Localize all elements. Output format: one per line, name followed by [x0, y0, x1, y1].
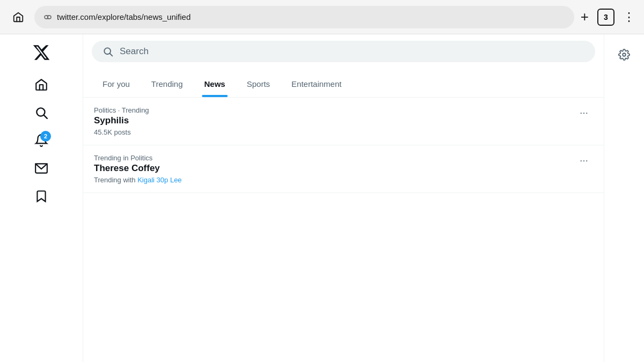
sidebar: 2	[0, 34, 83, 362]
tab-entertainment[interactable]: Entertainment	[281, 71, 352, 97]
svg-line-5	[44, 115, 47, 119]
trending-title-2: Therese Coffey	[94, 163, 575, 174]
search-icon	[34, 106, 48, 120]
sidebar-item-notifications[interactable]: 2	[30, 129, 53, 152]
svg-point-15	[623, 53, 626, 56]
address-bar-icon	[43, 12, 53, 22]
tab-count-badge[interactable]: 3	[597, 9, 614, 26]
trending-with-label: Trending with	[94, 176, 137, 184]
bookmark-icon	[34, 189, 48, 203]
trending-item-content: Politics · Trending Syphilis 45.5K posts	[94, 106, 575, 136]
address-bar[interactable]: twitter.com/explore/tabs/news_unified	[34, 6, 574, 28]
settings-button[interactable]	[612, 43, 636, 67]
trending-category-2: Trending in Politics	[94, 154, 575, 162]
more-horizontal-icon-2	[579, 156, 589, 166]
svg-point-9	[581, 113, 582, 114]
trending-item-more-button-2[interactable]	[575, 152, 593, 170]
trending-item-therese-coffey[interactable]: Trending in Politics Therese Coffey Tren…	[83, 145, 604, 193]
new-tab-button[interactable]: +	[581, 9, 589, 25]
main-content: Search For you Trending News Sports Ente…	[83, 34, 604, 362]
right-panel	[604, 34, 644, 362]
more-horizontal-icon	[579, 108, 589, 118]
trending-title: Syphilis	[94, 115, 575, 126]
browser-actions: + 3 ⋮	[581, 9, 635, 26]
svg-point-10	[583, 113, 584, 114]
svg-point-13	[583, 160, 584, 161]
search-bar[interactable]: Search	[92, 41, 595, 62]
browser-home-button[interactable]	[9, 8, 28, 27]
tabs-container: For you Trending News Sports Entertainme…	[83, 71, 604, 98]
search-bar-icon	[103, 46, 113, 57]
search-placeholder-text: Search	[120, 46, 149, 57]
svg-point-1	[48, 16, 51, 19]
trending-item-content-2: Trending in Politics Therese Coffey Tren…	[94, 154, 575, 184]
trending-with-text: Trending with Kigali 30p Lee	[94, 176, 575, 184]
svg-point-14	[586, 160, 587, 161]
app-container: 2 Search	[0, 34, 644, 362]
trending-item-syphilis[interactable]: Politics · Trending Syphilis 45.5K posts	[83, 98, 604, 145]
search-container: Search	[83, 34, 604, 69]
trending-link-kigali[interactable]: Kigali	[137, 176, 155, 184]
tab-trending[interactable]: Trending	[141, 71, 194, 97]
svg-point-12	[581, 160, 582, 161]
browser-menu-button[interactable]: ⋮	[623, 10, 635, 24]
tab-for-you[interactable]: For you	[92, 71, 141, 97]
svg-point-11	[586, 113, 587, 114]
trending-item-more-button[interactable]	[575, 104, 593, 122]
tab-sports[interactable]: Sports	[236, 71, 281, 97]
gear-icon	[618, 49, 630, 61]
envelope-icon	[34, 161, 48, 175]
sidebar-item-bookmarks[interactable]	[30, 184, 53, 208]
x-logo[interactable]	[30, 41, 53, 64]
svg-line-8	[110, 54, 113, 56]
tab-news[interactable]: News	[194, 71, 236, 97]
trending-category: Politics · Trending	[94, 106, 575, 114]
url-text: twitter.com/explore/tabs/news_unified	[57, 12, 191, 21]
browser-chrome: twitter.com/explore/tabs/news_unified + …	[0, 0, 644, 34]
home-icon	[34, 78, 48, 92]
trending-posts-count: 45.5K posts	[94, 128, 575, 136]
sidebar-item-messages[interactable]	[30, 157, 53, 180]
svg-point-0	[45, 16, 48, 19]
notification-count-badge: 2	[40, 131, 51, 142]
sidebar-item-search[interactable]	[30, 101, 53, 124]
trending-link-30p-lee[interactable]: 30p Lee	[157, 176, 182, 184]
sidebar-item-home[interactable]	[30, 73, 53, 97]
